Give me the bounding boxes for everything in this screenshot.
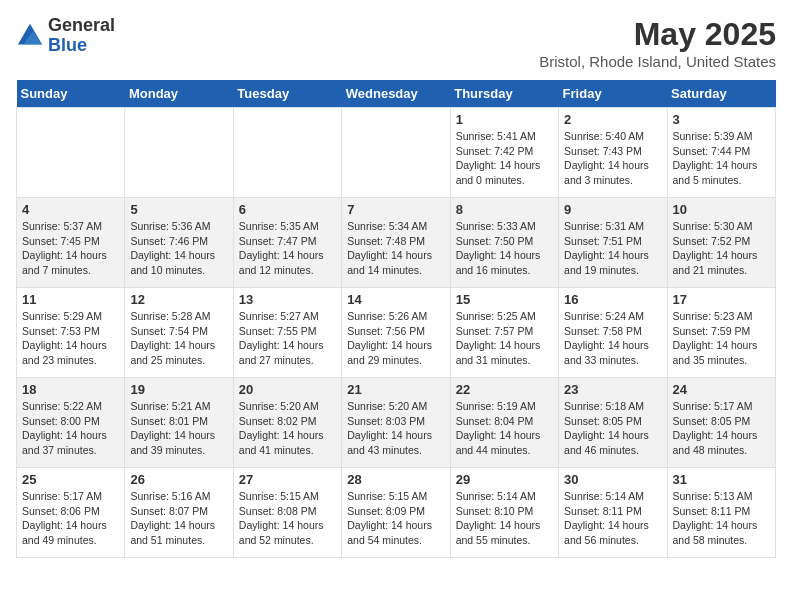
day-number: 27	[239, 472, 336, 487]
calendar-table: SundayMondayTuesdayWednesdayThursdayFrid…	[16, 80, 776, 558]
calendar-cell: 17Sunrise: 5:23 AM Sunset: 7:59 PM Dayli…	[667, 288, 775, 378]
days-header-row: SundayMondayTuesdayWednesdayThursdayFrid…	[17, 80, 776, 108]
day-number: 31	[673, 472, 770, 487]
calendar-cell	[233, 108, 341, 198]
day-number: 29	[456, 472, 553, 487]
day-content: Sunrise: 5:26 AM Sunset: 7:56 PM Dayligh…	[347, 309, 444, 368]
day-content: Sunrise: 5:35 AM Sunset: 7:47 PM Dayligh…	[239, 219, 336, 278]
calendar-cell: 1Sunrise: 5:41 AM Sunset: 7:42 PM Daylig…	[450, 108, 558, 198]
title-area: May 2025 Bristol, Rhode Island, United S…	[539, 16, 776, 70]
calendar-cell: 13Sunrise: 5:27 AM Sunset: 7:55 PM Dayli…	[233, 288, 341, 378]
day-number: 26	[130, 472, 227, 487]
calendar-cell: 24Sunrise: 5:17 AM Sunset: 8:05 PM Dayli…	[667, 378, 775, 468]
week-row-2: 4Sunrise: 5:37 AM Sunset: 7:45 PM Daylig…	[17, 198, 776, 288]
day-number: 6	[239, 202, 336, 217]
calendar-cell	[342, 108, 450, 198]
calendar-cell: 2Sunrise: 5:40 AM Sunset: 7:43 PM Daylig…	[559, 108, 667, 198]
calendar-cell: 29Sunrise: 5:14 AM Sunset: 8:10 PM Dayli…	[450, 468, 558, 558]
day-content: Sunrise: 5:20 AM Sunset: 8:03 PM Dayligh…	[347, 399, 444, 458]
calendar-cell: 20Sunrise: 5:20 AM Sunset: 8:02 PM Dayli…	[233, 378, 341, 468]
day-content: Sunrise: 5:20 AM Sunset: 8:02 PM Dayligh…	[239, 399, 336, 458]
day-content: Sunrise: 5:13 AM Sunset: 8:11 PM Dayligh…	[673, 489, 770, 548]
day-number: 1	[456, 112, 553, 127]
day-content: Sunrise: 5:39 AM Sunset: 7:44 PM Dayligh…	[673, 129, 770, 188]
calendar-cell: 5Sunrise: 5:36 AM Sunset: 7:46 PM Daylig…	[125, 198, 233, 288]
day-number: 4	[22, 202, 119, 217]
day-content: Sunrise: 5:41 AM Sunset: 7:42 PM Dayligh…	[456, 129, 553, 188]
day-content: Sunrise: 5:16 AM Sunset: 8:07 PM Dayligh…	[130, 489, 227, 548]
day-content: Sunrise: 5:19 AM Sunset: 8:04 PM Dayligh…	[456, 399, 553, 458]
day-header-friday: Friday	[559, 80, 667, 108]
day-number: 22	[456, 382, 553, 397]
day-content: Sunrise: 5:34 AM Sunset: 7:48 PM Dayligh…	[347, 219, 444, 278]
calendar-cell: 15Sunrise: 5:25 AM Sunset: 7:57 PM Dayli…	[450, 288, 558, 378]
calendar-cell: 31Sunrise: 5:13 AM Sunset: 8:11 PM Dayli…	[667, 468, 775, 558]
day-number: 21	[347, 382, 444, 397]
day-content: Sunrise: 5:37 AM Sunset: 7:45 PM Dayligh…	[22, 219, 119, 278]
calendar-cell: 28Sunrise: 5:15 AM Sunset: 8:09 PM Dayli…	[342, 468, 450, 558]
calendar-title: May 2025	[539, 16, 776, 53]
day-content: Sunrise: 5:23 AM Sunset: 7:59 PM Dayligh…	[673, 309, 770, 368]
calendar-cell: 26Sunrise: 5:16 AM Sunset: 8:07 PM Dayli…	[125, 468, 233, 558]
calendar-cell: 19Sunrise: 5:21 AM Sunset: 8:01 PM Dayli…	[125, 378, 233, 468]
logo: General Blue	[16, 16, 115, 56]
calendar-cell: 9Sunrise: 5:31 AM Sunset: 7:51 PM Daylig…	[559, 198, 667, 288]
calendar-cell: 27Sunrise: 5:15 AM Sunset: 8:08 PM Dayli…	[233, 468, 341, 558]
day-number: 19	[130, 382, 227, 397]
day-content: Sunrise: 5:30 AM Sunset: 7:52 PM Dayligh…	[673, 219, 770, 278]
calendar-subtitle: Bristol, Rhode Island, United States	[539, 53, 776, 70]
calendar-cell: 14Sunrise: 5:26 AM Sunset: 7:56 PM Dayli…	[342, 288, 450, 378]
calendar-cell: 23Sunrise: 5:18 AM Sunset: 8:05 PM Dayli…	[559, 378, 667, 468]
day-content: Sunrise: 5:14 AM Sunset: 8:11 PM Dayligh…	[564, 489, 661, 548]
logo-blue: Blue	[48, 36, 115, 56]
day-number: 12	[130, 292, 227, 307]
calendar-cell: 3Sunrise: 5:39 AM Sunset: 7:44 PM Daylig…	[667, 108, 775, 198]
day-content: Sunrise: 5:17 AM Sunset: 8:06 PM Dayligh…	[22, 489, 119, 548]
day-content: Sunrise: 5:28 AM Sunset: 7:54 PM Dayligh…	[130, 309, 227, 368]
day-number: 15	[456, 292, 553, 307]
day-header-wednesday: Wednesday	[342, 80, 450, 108]
day-number: 2	[564, 112, 661, 127]
day-number: 17	[673, 292, 770, 307]
day-content: Sunrise: 5:17 AM Sunset: 8:05 PM Dayligh…	[673, 399, 770, 458]
day-content: Sunrise: 5:18 AM Sunset: 8:05 PM Dayligh…	[564, 399, 661, 458]
calendar-cell: 7Sunrise: 5:34 AM Sunset: 7:48 PM Daylig…	[342, 198, 450, 288]
header: General Blue May 2025 Bristol, Rhode Isl…	[16, 16, 776, 70]
calendar-cell: 8Sunrise: 5:33 AM Sunset: 7:50 PM Daylig…	[450, 198, 558, 288]
week-row-3: 11Sunrise: 5:29 AM Sunset: 7:53 PM Dayli…	[17, 288, 776, 378]
day-number: 23	[564, 382, 661, 397]
day-number: 8	[456, 202, 553, 217]
day-header-thursday: Thursday	[450, 80, 558, 108]
week-row-5: 25Sunrise: 5:17 AM Sunset: 8:06 PM Dayli…	[17, 468, 776, 558]
day-number: 16	[564, 292, 661, 307]
calendar-cell: 18Sunrise: 5:22 AM Sunset: 8:00 PM Dayli…	[17, 378, 125, 468]
calendar-cell: 12Sunrise: 5:28 AM Sunset: 7:54 PM Dayli…	[125, 288, 233, 378]
day-content: Sunrise: 5:40 AM Sunset: 7:43 PM Dayligh…	[564, 129, 661, 188]
day-number: 13	[239, 292, 336, 307]
day-number: 20	[239, 382, 336, 397]
day-content: Sunrise: 5:14 AM Sunset: 8:10 PM Dayligh…	[456, 489, 553, 548]
day-content: Sunrise: 5:24 AM Sunset: 7:58 PM Dayligh…	[564, 309, 661, 368]
day-number: 25	[22, 472, 119, 487]
week-row-1: 1Sunrise: 5:41 AM Sunset: 7:42 PM Daylig…	[17, 108, 776, 198]
day-content: Sunrise: 5:21 AM Sunset: 8:01 PM Dayligh…	[130, 399, 227, 458]
day-number: 10	[673, 202, 770, 217]
day-content: Sunrise: 5:29 AM Sunset: 7:53 PM Dayligh…	[22, 309, 119, 368]
logo-general: General	[48, 16, 115, 36]
calendar-cell: 16Sunrise: 5:24 AM Sunset: 7:58 PM Dayli…	[559, 288, 667, 378]
calendar-cell	[125, 108, 233, 198]
week-row-4: 18Sunrise: 5:22 AM Sunset: 8:00 PM Dayli…	[17, 378, 776, 468]
day-header-tuesday: Tuesday	[233, 80, 341, 108]
day-content: Sunrise: 5:33 AM Sunset: 7:50 PM Dayligh…	[456, 219, 553, 278]
day-header-monday: Monday	[125, 80, 233, 108]
day-header-sunday: Sunday	[17, 80, 125, 108]
day-number: 28	[347, 472, 444, 487]
calendar-cell: 11Sunrise: 5:29 AM Sunset: 7:53 PM Dayli…	[17, 288, 125, 378]
day-content: Sunrise: 5:31 AM Sunset: 7:51 PM Dayligh…	[564, 219, 661, 278]
calendar-header: SundayMondayTuesdayWednesdayThursdayFrid…	[17, 80, 776, 108]
calendar-cell: 6Sunrise: 5:35 AM Sunset: 7:47 PM Daylig…	[233, 198, 341, 288]
day-header-saturday: Saturday	[667, 80, 775, 108]
calendar-cell: 22Sunrise: 5:19 AM Sunset: 8:04 PM Dayli…	[450, 378, 558, 468]
logo-icon	[16, 22, 44, 50]
day-number: 18	[22, 382, 119, 397]
